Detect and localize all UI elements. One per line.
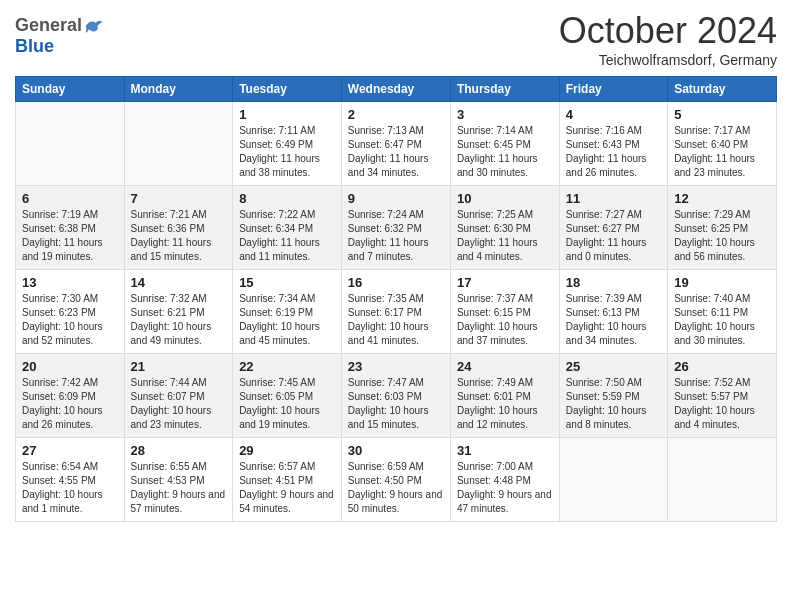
calendar-day-cell: 15Sunrise: 7:34 AM Sunset: 6:19 PM Dayli… xyxy=(233,270,342,354)
calendar-day-cell: 14Sunrise: 7:32 AM Sunset: 6:21 PM Dayli… xyxy=(124,270,233,354)
day-number: 25 xyxy=(566,359,661,374)
calendar-week-row: 13Sunrise: 7:30 AM Sunset: 6:23 PM Dayli… xyxy=(16,270,777,354)
calendar-week-row: 6Sunrise: 7:19 AM Sunset: 6:38 PM Daylig… xyxy=(16,186,777,270)
calendar-table: SundayMondayTuesdayWednesdayThursdayFrid… xyxy=(15,76,777,522)
location-subtitle: Teichwolframsdorf, Germany xyxy=(559,52,777,68)
day-detail: Sunrise: 7:47 AM Sunset: 6:03 PM Dayligh… xyxy=(348,376,444,432)
day-detail: Sunrise: 7:37 AM Sunset: 6:15 PM Dayligh… xyxy=(457,292,553,348)
day-detail: Sunrise: 6:57 AM Sunset: 4:51 PM Dayligh… xyxy=(239,460,335,516)
day-number: 27 xyxy=(22,443,118,458)
day-detail: Sunrise: 6:55 AM Sunset: 4:53 PM Dayligh… xyxy=(131,460,227,516)
day-detail: Sunrise: 7:42 AM Sunset: 6:09 PM Dayligh… xyxy=(22,376,118,432)
day-number: 17 xyxy=(457,275,553,290)
calendar-day-cell: 28Sunrise: 6:55 AM Sunset: 4:53 PM Dayli… xyxy=(124,438,233,522)
day-number: 2 xyxy=(348,107,444,122)
day-detail: Sunrise: 7:32 AM Sunset: 6:21 PM Dayligh… xyxy=(131,292,227,348)
day-detail: Sunrise: 7:16 AM Sunset: 6:43 PM Dayligh… xyxy=(566,124,661,180)
calendar-day-cell: 25Sunrise: 7:50 AM Sunset: 5:59 PM Dayli… xyxy=(559,354,667,438)
day-detail: Sunrise: 7:14 AM Sunset: 6:45 PM Dayligh… xyxy=(457,124,553,180)
calendar-day-cell: 22Sunrise: 7:45 AM Sunset: 6:05 PM Dayli… xyxy=(233,354,342,438)
day-detail: Sunrise: 6:54 AM Sunset: 4:55 PM Dayligh… xyxy=(22,460,118,516)
day-detail: Sunrise: 7:44 AM Sunset: 6:07 PM Dayligh… xyxy=(131,376,227,432)
logo-blue-text: Blue xyxy=(15,36,54,57)
calendar-day-cell: 30Sunrise: 6:59 AM Sunset: 4:50 PM Dayli… xyxy=(341,438,450,522)
calendar-day-cell: 13Sunrise: 7:30 AM Sunset: 6:23 PM Dayli… xyxy=(16,270,125,354)
calendar-day-cell: 18Sunrise: 7:39 AM Sunset: 6:13 PM Dayli… xyxy=(559,270,667,354)
day-number: 15 xyxy=(239,275,335,290)
calendar-day-cell: 12Sunrise: 7:29 AM Sunset: 6:25 PM Dayli… xyxy=(668,186,777,270)
calendar-day-cell: 24Sunrise: 7:49 AM Sunset: 6:01 PM Dayli… xyxy=(450,354,559,438)
day-number: 30 xyxy=(348,443,444,458)
calendar-day-cell: 3Sunrise: 7:14 AM Sunset: 6:45 PM Daylig… xyxy=(450,102,559,186)
calendar-day-cell: 29Sunrise: 6:57 AM Sunset: 4:51 PM Dayli… xyxy=(233,438,342,522)
day-detail: Sunrise: 7:21 AM Sunset: 6:36 PM Dayligh… xyxy=(131,208,227,264)
day-number: 6 xyxy=(22,191,118,206)
calendar-week-row: 20Sunrise: 7:42 AM Sunset: 6:09 PM Dayli… xyxy=(16,354,777,438)
day-detail: Sunrise: 7:13 AM Sunset: 6:47 PM Dayligh… xyxy=(348,124,444,180)
calendar-day-cell: 11Sunrise: 7:27 AM Sunset: 6:27 PM Dayli… xyxy=(559,186,667,270)
calendar-day-cell: 4Sunrise: 7:16 AM Sunset: 6:43 PM Daylig… xyxy=(559,102,667,186)
day-detail: Sunrise: 7:27 AM Sunset: 6:27 PM Dayligh… xyxy=(566,208,661,264)
day-number: 1 xyxy=(239,107,335,122)
calendar-day-cell: 31Sunrise: 7:00 AM Sunset: 4:48 PM Dayli… xyxy=(450,438,559,522)
calendar-day-cell xyxy=(559,438,667,522)
calendar-week-row: 1Sunrise: 7:11 AM Sunset: 6:49 PM Daylig… xyxy=(16,102,777,186)
day-detail: Sunrise: 7:40 AM Sunset: 6:11 PM Dayligh… xyxy=(674,292,770,348)
weekday-header-thursday: Thursday xyxy=(450,77,559,102)
day-number: 3 xyxy=(457,107,553,122)
calendar-day-cell: 19Sunrise: 7:40 AM Sunset: 6:11 PM Dayli… xyxy=(668,270,777,354)
day-detail: Sunrise: 7:49 AM Sunset: 6:01 PM Dayligh… xyxy=(457,376,553,432)
day-detail: Sunrise: 7:19 AM Sunset: 6:38 PM Dayligh… xyxy=(22,208,118,264)
calendar-day-cell: 6Sunrise: 7:19 AM Sunset: 6:38 PM Daylig… xyxy=(16,186,125,270)
day-number: 8 xyxy=(239,191,335,206)
weekday-header-wednesday: Wednesday xyxy=(341,77,450,102)
day-detail: Sunrise: 6:59 AM Sunset: 4:50 PM Dayligh… xyxy=(348,460,444,516)
day-number: 26 xyxy=(674,359,770,374)
day-number: 23 xyxy=(348,359,444,374)
day-detail: Sunrise: 7:45 AM Sunset: 6:05 PM Dayligh… xyxy=(239,376,335,432)
calendar-day-cell: 21Sunrise: 7:44 AM Sunset: 6:07 PM Dayli… xyxy=(124,354,233,438)
calendar-day-cell: 17Sunrise: 7:37 AM Sunset: 6:15 PM Dayli… xyxy=(450,270,559,354)
day-number: 5 xyxy=(674,107,770,122)
page-header: General Blue October 2024 Teichwolframsd… xyxy=(15,10,777,68)
calendar-day-cell: 1Sunrise: 7:11 AM Sunset: 6:49 PM Daylig… xyxy=(233,102,342,186)
calendar-day-cell: 9Sunrise: 7:24 AM Sunset: 6:32 PM Daylig… xyxy=(341,186,450,270)
day-detail: Sunrise: 7:50 AM Sunset: 5:59 PM Dayligh… xyxy=(566,376,661,432)
day-detail: Sunrise: 7:39 AM Sunset: 6:13 PM Dayligh… xyxy=(566,292,661,348)
calendar-day-cell: 8Sunrise: 7:22 AM Sunset: 6:34 PM Daylig… xyxy=(233,186,342,270)
day-number: 11 xyxy=(566,191,661,206)
logo: General Blue xyxy=(15,15,104,57)
day-detail: Sunrise: 7:11 AM Sunset: 6:49 PM Dayligh… xyxy=(239,124,335,180)
calendar-day-cell: 27Sunrise: 6:54 AM Sunset: 4:55 PM Dayli… xyxy=(16,438,125,522)
day-number: 10 xyxy=(457,191,553,206)
calendar-day-cell: 20Sunrise: 7:42 AM Sunset: 6:09 PM Dayli… xyxy=(16,354,125,438)
calendar-day-cell: 2Sunrise: 7:13 AM Sunset: 6:47 PM Daylig… xyxy=(341,102,450,186)
logo-general-text: General xyxy=(15,15,82,36)
weekday-header-saturday: Saturday xyxy=(668,77,777,102)
day-number: 18 xyxy=(566,275,661,290)
calendar-week-row: 27Sunrise: 6:54 AM Sunset: 4:55 PM Dayli… xyxy=(16,438,777,522)
day-number: 31 xyxy=(457,443,553,458)
weekday-header-monday: Monday xyxy=(124,77,233,102)
title-block: October 2024 Teichwolframsdorf, Germany xyxy=(559,10,777,68)
calendar-day-cell: 23Sunrise: 7:47 AM Sunset: 6:03 PM Dayli… xyxy=(341,354,450,438)
day-number: 14 xyxy=(131,275,227,290)
day-number: 13 xyxy=(22,275,118,290)
day-number: 28 xyxy=(131,443,227,458)
weekday-header-friday: Friday xyxy=(559,77,667,102)
calendar-day-cell: 7Sunrise: 7:21 AM Sunset: 6:36 PM Daylig… xyxy=(124,186,233,270)
weekday-header-sunday: Sunday xyxy=(16,77,125,102)
weekday-header-row: SundayMondayTuesdayWednesdayThursdayFrid… xyxy=(16,77,777,102)
day-number: 24 xyxy=(457,359,553,374)
day-number: 22 xyxy=(239,359,335,374)
calendar-day-cell xyxy=(668,438,777,522)
day-detail: Sunrise: 7:00 AM Sunset: 4:48 PM Dayligh… xyxy=(457,460,553,516)
calendar-day-cell: 16Sunrise: 7:35 AM Sunset: 6:17 PM Dayli… xyxy=(341,270,450,354)
day-number: 19 xyxy=(674,275,770,290)
day-detail: Sunrise: 7:25 AM Sunset: 6:30 PM Dayligh… xyxy=(457,208,553,264)
day-number: 21 xyxy=(131,359,227,374)
day-number: 9 xyxy=(348,191,444,206)
calendar-day-cell: 26Sunrise: 7:52 AM Sunset: 5:57 PM Dayli… xyxy=(668,354,777,438)
logo-bird-icon xyxy=(84,16,104,36)
day-number: 29 xyxy=(239,443,335,458)
